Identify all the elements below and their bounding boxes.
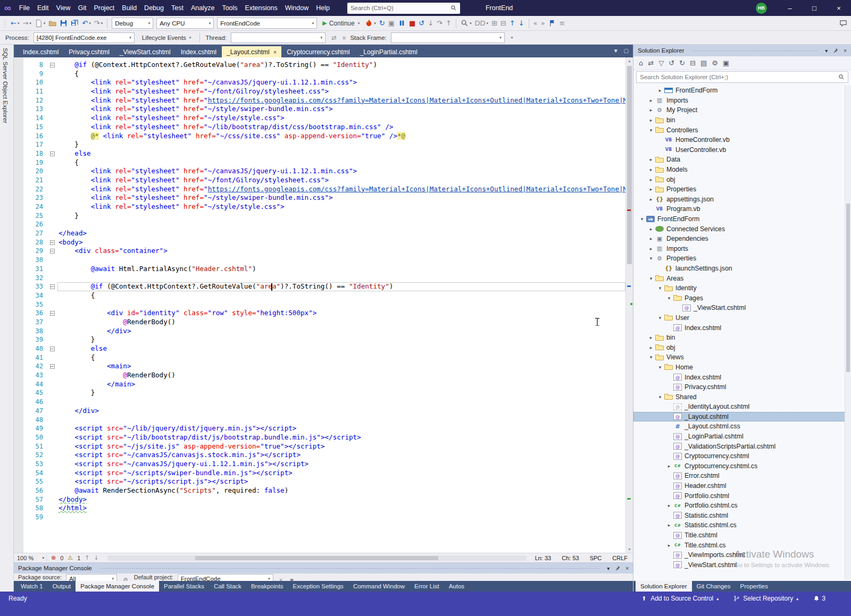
tree-item[interactable]: _ViewStart.cshtml <box>633 560 851 570</box>
tree-item[interactable]: Statistic.cshtml <box>633 511 851 521</box>
window-position-icon[interactable]: ▾ <box>825 48 828 54</box>
expand-icon[interactable]: ▸ <box>647 226 655 232</box>
tree-item[interactable]: _IdentityLayout.cshtml <box>633 402 851 412</box>
collapse-icon[interactable]: ▾ <box>647 276 655 281</box>
open-file-icon[interactable] <box>47 18 58 29</box>
expand-icon[interactable]: ▸ <box>647 236 655 241</box>
tree-item[interactable]: _Layout.cshtml.css <box>633 421 851 432</box>
show-threads-icon[interactable]: ≡ <box>341 32 348 44</box>
package-source-settings-icon[interactable]: ⚙ <box>121 574 130 581</box>
close-icon[interactable]: × <box>844 48 847 54</box>
panel-tab[interactable]: Call Stack <box>209 581 246 592</box>
collapse-icon[interactable]: ▾ <box>656 365 664 370</box>
tree-item[interactable]: ▸FrontEndForm <box>633 86 851 96</box>
sql-server-object-explorer-tab[interactable]: SQL Server Object Explorer <box>2 48 9 123</box>
package-source-combo[interactable]: All▾ <box>66 574 117 581</box>
collapse-all-icon[interactable]: ⊟ <box>690 59 696 67</box>
expand-icon[interactable]: ▸ <box>647 197 655 202</box>
filter-icon[interactable]: ▽ <box>658 59 664 67</box>
close-icon[interactable]: × <box>273 49 277 55</box>
tree-item[interactable]: ▾Identity <box>633 283 851 293</box>
tree-item[interactable]: Index.cshtml <box>633 323 851 333</box>
panel-title-bar[interactable]: Package Manager Console ▾ × <box>14 563 633 573</box>
find-in-files-icon[interactable]: ▾ <box>459 18 473 29</box>
menu-debug[interactable]: Debug <box>140 2 168 14</box>
tree-item[interactable]: ▸appsettings.json <box>633 195 851 205</box>
collapse-icon[interactable]: ▾ <box>656 394 664 400</box>
tree-item[interactable]: ▸My Project <box>633 105 851 115</box>
solution-platforms-combo[interactable]: Any CPU▾ <box>156 18 214 29</box>
tree-item[interactable]: ▾FrontEndForm <box>633 214 851 224</box>
new-file-icon[interactable]: ▾ <box>33 18 47 29</box>
tree-item[interactable]: ▾Home <box>633 362 851 373</box>
solution-name-label[interactable]: FrontEnd <box>486 4 513 12</box>
clear-console-icon[interactable]: × <box>278 574 284 581</box>
collapse-icon[interactable]: ▾ <box>665 296 673 301</box>
fold-toggle-icon[interactable]: – <box>50 240 55 245</box>
fold-toggle-icon[interactable]: – <box>50 63 55 67</box>
tree-vertical-scrollbar[interactable] <box>845 85 851 580</box>
menu-analyze[interactable]: Analyze <box>187 2 218 14</box>
full-screen-icon[interactable]: ⊟ <box>499 18 508 29</box>
tree-item[interactable]: ▸obj <box>633 174 851 184</box>
tree-item[interactable]: ▸obj <box>633 342 851 352</box>
avatar[interactable]: HB <box>756 3 767 14</box>
tree-item[interactable]: _Layout.cshtml <box>633 412 851 422</box>
expand-icon[interactable]: ▸ <box>647 177 655 182</box>
line-list-icon[interactable]: ≡ <box>558 18 567 29</box>
hot-reload-icon[interactable]: ▾ <box>363 18 378 29</box>
scrollbar-thumb[interactable] <box>627 66 632 264</box>
navigate-down-icon[interactable]: ↓ <box>517 18 526 29</box>
minimize-button[interactable]: – <box>778 0 802 16</box>
collapse-icon[interactable]: ▾ <box>656 285 664 291</box>
undo-icon[interactable]: ↶▾ <box>80 18 92 29</box>
scrollbar-thumb[interactable] <box>195 556 438 560</box>
step-out-icon[interactable]: ↑ <box>444 18 453 29</box>
tree-item[interactable]: Program.vb <box>633 204 851 214</box>
continue-button[interactable]: ▶Continue▾ <box>319 20 363 27</box>
tree-item[interactable]: ▸bin <box>633 333 851 343</box>
tool-window-tab[interactable]: Git Changes <box>692 581 736 592</box>
solution-configurations-combo[interactable]: Debug▾ <box>112 18 153 29</box>
menu-help[interactable]: Help <box>312 2 333 14</box>
collapse-icon[interactable]: ▾ <box>638 216 646 222</box>
error-icon[interactable]: ⊗ <box>51 554 56 561</box>
editor-tab[interactable]: Privacy.cshtml <box>64 46 114 57</box>
tree-item[interactable]: launchSettings.json <box>633 264 851 274</box>
editor-tab[interactable]: Index.cshtml <box>176 46 221 57</box>
tree-item[interactable]: ▾User <box>633 313 851 323</box>
tree-item[interactable]: Privacy.cshtml <box>633 382 851 392</box>
tree-item[interactable]: ▾Areas <box>633 273 851 283</box>
sync-with-active-document-icon[interactable]: ↺ <box>669 59 674 67</box>
menu-view[interactable]: View <box>53 2 74 14</box>
menu-project[interactable]: Project <box>90 2 118 14</box>
navigate-backward-icon[interactable]: ←▾ <box>9 18 21 29</box>
tree-item[interactable]: ▸bin <box>633 115 851 125</box>
tree-item[interactable]: HomeController.vb <box>633 135 851 145</box>
close-button[interactable]: × <box>827 0 851 16</box>
menu-test[interactable]: Test <box>168 2 187 14</box>
expand-icon[interactable]: ▸ <box>665 503 673 508</box>
tree-item[interactable]: ▾Properties <box>633 254 851 264</box>
tree-item[interactable]: Portfolio.cshtml <box>633 491 851 501</box>
panel-tab[interactable]: Output <box>48 581 76 592</box>
expand-icon[interactable]: ▸ <box>647 187 655 192</box>
menu-file[interactable]: File <box>15 2 34 14</box>
editor-tab[interactable]: _ViewStart.cshtml <box>115 46 176 57</box>
editor-horizontal-scrollbar[interactable] <box>107 555 527 561</box>
code-area[interactable]: 8– @if (@Context.HttpContext?.GetRouteVa… <box>14 57 625 553</box>
preview-selected-items-icon[interactable]: ▣ <box>723 59 729 67</box>
tree-item[interactable]: ▸Data <box>633 155 851 165</box>
tree-item[interactable]: ▾Views <box>633 352 851 362</box>
expand-icon[interactable]: ▸ <box>647 335 655 340</box>
restart-debugging-icon[interactable]: ↺ <box>417 18 426 29</box>
tree-item[interactable]: ▸Dependencies <box>633 234 851 244</box>
select-repository-button[interactable]: Select Repository ▴ <box>733 595 798 602</box>
tree-item[interactable]: ▸Models <box>633 165 851 175</box>
save-all-icon[interactable] <box>69 18 80 29</box>
pin-icon[interactable] <box>832 47 839 54</box>
expand-icon[interactable]: ▸ <box>647 157 655 162</box>
zoom-combo[interactable]: 100 %▾ <box>17 555 47 561</box>
save-icon[interactable] <box>58 18 69 29</box>
solution-explorer-search-input[interactable]: Search Solution Explorer (Ctrl+;) <box>636 71 848 83</box>
